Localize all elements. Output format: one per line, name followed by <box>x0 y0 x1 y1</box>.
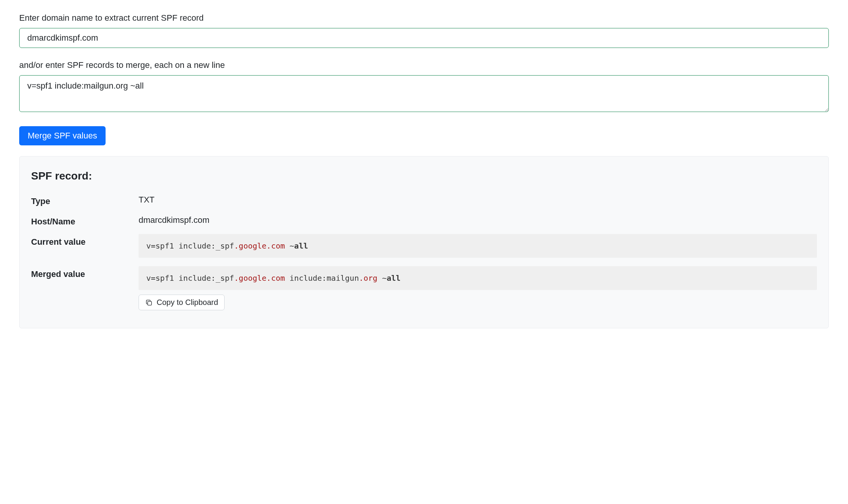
host-value: dmarcdkimspf.com <box>139 214 817 226</box>
copy-button-label: Copy to Clipboard <box>157 298 218 307</box>
copy-to-clipboard-button[interactable]: Copy to Clipboard <box>139 295 225 310</box>
copy-icon <box>145 299 153 306</box>
type-value: TXT <box>139 193 817 206</box>
spf-records-label: and/or enter SPF records to merge, each … <box>19 59 829 71</box>
merged-value-code: v=spf1 include:_spf.google.com include:m… <box>139 266 817 290</box>
result-heading: SPF record: <box>31 168 817 184</box>
current-value-label: Current value <box>31 234 139 248</box>
domain-input[interactable] <box>19 28 829 48</box>
merge-button[interactable]: Merge SPF values <box>19 126 106 145</box>
spf-result-card: SPF record: Type TXT Host/Name dmarcdkim… <box>19 156 829 328</box>
merged-value-label: Merged value <box>31 266 139 280</box>
host-label: Host/Name <box>31 214 139 228</box>
type-label: Type <box>31 193 139 208</box>
domain-input-label: Enter domain name to extract current SPF… <box>19 12 829 24</box>
spf-records-textarea[interactable] <box>19 75 829 112</box>
current-value-code: v=spf1 include:_spf.google.com ~all <box>139 234 817 258</box>
svg-rect-0 <box>148 301 152 305</box>
